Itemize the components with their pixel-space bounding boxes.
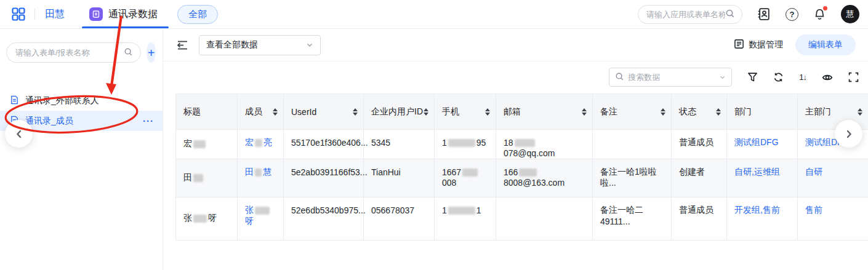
- apps-grid-icon[interactable]: [11, 7, 26, 22]
- column-header: 部门: [727, 94, 798, 130]
- cell-text: 95: [476, 138, 486, 148]
- cell-text: 宏: [183, 139, 192, 149]
- sidebar-item-external-contacts[interactable]: 通讯录_外部联系人: [0, 90, 163, 111]
- cell-text: 5345: [371, 138, 390, 148]
- cell-text: 自研: [805, 167, 822, 177]
- cell-text: 056678037: [371, 205, 414, 215]
- column-header[interactable]: UserId: [284, 94, 364, 130]
- cell: 张呀: [176, 197, 238, 240]
- notification-bell-icon[interactable]: [813, 8, 826, 21]
- view-toolbar-right: 数据管理 编辑表单: [734, 34, 856, 55]
- cell: 宏: [176, 130, 238, 159]
- cell-text: 开发组,售前: [734, 205, 780, 215]
- cell-text: 008: [442, 178, 456, 188]
- cell: 52e6db5340b975...: [284, 197, 364, 240]
- column-label: 状态: [679, 106, 696, 117]
- column-label: UserId: [291, 107, 316, 117]
- sort-icon[interactable]: [353, 108, 358, 116]
- avatar[interactable]: 慧: [841, 5, 859, 23]
- contacts-book-icon[interactable]: [757, 7, 771, 21]
- form-search[interactable]: [6, 42, 141, 63]
- chevron-down-icon: [719, 74, 726, 81]
- cell-text: 呀: [245, 216, 254, 226]
- cell: [593, 130, 672, 159]
- column-label: 企业内用户ID: [371, 106, 423, 117]
- data-search-input[interactable]: [628, 73, 715, 82]
- column-header[interactable]: 成员: [238, 94, 284, 130]
- sort-icon[interactable]: [582, 108, 587, 116]
- cell-text: 张: [183, 213, 192, 223]
- cell: 11: [435, 197, 496, 240]
- cell-text: 5e2ab0391166f53...: [291, 167, 368, 177]
- scope-all-button[interactable]: 全部: [177, 5, 218, 24]
- column-header[interactable]: 状态: [672, 94, 727, 130]
- cell-text: 亮: [263, 137, 272, 147]
- column-header[interactable]: 备注: [593, 94, 672, 130]
- scroll-right-button[interactable]: [835, 120, 862, 148]
- cell-text: 张: [245, 205, 254, 215]
- column-header[interactable]: 手机: [435, 94, 496, 130]
- redacted-text: [462, 169, 478, 177]
- redacted-text: [193, 174, 203, 182]
- cell: 056678037: [364, 197, 435, 240]
- sort-order-icon[interactable]: 1↓: [799, 73, 806, 82]
- global-search-input[interactable]: [646, 10, 725, 19]
- help-icon[interactable]: ?: [786, 8, 798, 21]
- cell[interactable]: 售前: [798, 197, 868, 240]
- sort-icon[interactable]: [273, 108, 278, 116]
- form-document-icon: [734, 39, 744, 51]
- table-header-row: 标题成员UserId企业内用户ID手机邮箱备注状态部门主部门: [176, 94, 868, 130]
- tab-contacts-data[interactable]: 通讯录数据: [89, 0, 158, 28]
- cell-text: 普通成员: [679, 137, 713, 147]
- column-label: 主部门: [805, 106, 831, 117]
- filter-icon[interactable]: [747, 72, 758, 82]
- column-header[interactable]: 邮箱: [496, 94, 593, 130]
- cell[interactable]: 开发组,售前: [727, 197, 798, 240]
- data-search[interactable]: [609, 68, 732, 87]
- column-label: 标题: [183, 106, 201, 117]
- column-header[interactable]: 企业内用户ID: [364, 94, 435, 130]
- more-options-icon[interactable]: ···: [143, 116, 154, 126]
- sort-icon[interactable]: [716, 108, 721, 116]
- sort-icon[interactable]: [424, 108, 428, 116]
- cell[interactable]: 田慧: [238, 159, 284, 197]
- view-filter-select[interactable]: 查看全部数据: [199, 35, 321, 55]
- sort-icon[interactable]: [485, 108, 490, 116]
- column-label: 手机: [442, 106, 459, 117]
- fullscreen-icon[interactable]: [848, 72, 859, 82]
- redacted-text: [448, 139, 475, 147]
- cell-text: 1: [476, 205, 481, 215]
- cell[interactable]: 自研: [798, 159, 868, 197]
- cell[interactable]: 测试组DFG: [727, 130, 798, 159]
- table-row[interactable]: 宏宏亮55170e1f360e406...534519518078@qq.com…: [176, 130, 868, 159]
- cell-text: 备注一哈二49111...: [600, 205, 643, 226]
- table-row[interactable]: 张呀张呀52e6db5340b975...05667803711备注一哈二491…: [176, 197, 868, 240]
- topbar: 田慧 通讯录数据 全部: [0, 0, 868, 29]
- data-manage-button[interactable]: 数据管理: [734, 39, 783, 51]
- app-window: 田慧 通讯录数据 全部: [0, 0, 868, 270]
- add-form-button[interactable]: +: [147, 42, 156, 63]
- collapse-sidebar-icon[interactable]: [177, 40, 188, 50]
- visibility-eye-icon[interactable]: [822, 72, 833, 83]
- sort-icon[interactable]: [858, 108, 862, 116]
- cell: 55170e1f360e406...: [284, 130, 364, 159]
- refresh-icon[interactable]: [773, 72, 784, 82]
- cell[interactable]: 宏亮: [238, 130, 284, 159]
- cell: 创建者: [672, 159, 727, 197]
- edit-form-button[interactable]: 编辑表单: [795, 34, 856, 55]
- search-icon: [725, 9, 735, 20]
- sidebar-search-row: +: [0, 29, 163, 63]
- cell[interactable]: 张呀: [238, 197, 284, 240]
- topbar-left: 田慧 通讯录数据 全部: [11, 0, 218, 28]
- collapse-panel-button[interactable]: [5, 120, 33, 148]
- redacted-text: [193, 215, 207, 223]
- sidebar: + 通讯录_外部联系人 通讯录_成员 ···: [0, 29, 163, 270]
- chevron-left-icon: [14, 129, 25, 140]
- cell: 普通成员: [672, 197, 727, 240]
- global-search[interactable]: [638, 5, 742, 24]
- sort-icon[interactable]: [661, 108, 665, 116]
- cell[interactable]: 自研,运维组: [727, 159, 798, 197]
- table-row[interactable]: 田田慧5e2ab0391166f53...TianHui166700816680…: [176, 159, 868, 197]
- form-search-input[interactable]: [15, 48, 124, 57]
- workspace-link[interactable]: 田慧: [45, 8, 65, 21]
